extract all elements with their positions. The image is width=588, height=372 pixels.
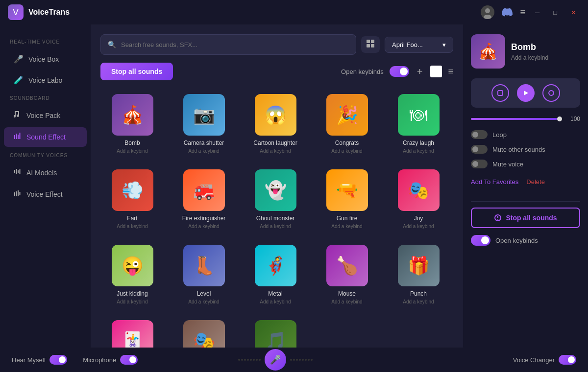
sound-card[interactable]: 📷 Camera shutter Add a keybind [172, 90, 236, 158]
loop-toggle[interactable] [471, 130, 488, 139]
stop-sounds-button[interactable]: Stop all sounds [100, 63, 173, 80]
main-content: 🔍 April Foo... ▾ Stop all sounds Open ke… [91, 24, 463, 372]
sound-card[interactable]: 🔫 Gun fire Add a keybind [315, 165, 379, 233]
sound-card[interactable]: 👻 Ghoul monster Add a keybind [244, 165, 307, 233]
volume-thumb [557, 116, 562, 121]
dot-3 [244, 359, 246, 361]
sound-keybind: Add a keybind [117, 148, 147, 154]
search-input[interactable] [121, 41, 349, 48]
sound-card[interactable]: 😜 Just kidding Add a keybind [100, 241, 164, 308]
sound-emoji: 🎭 [408, 180, 430, 201]
svg-rect-9 [18, 170, 19, 173]
mute-other-toggle-row: Mute other sounds [471, 145, 580, 154]
app-logo: V [8, 4, 24, 20]
menu-icon[interactable]: ≡ [520, 7, 525, 18]
svg-rect-18 [371, 44, 374, 47]
volume-slider[interactable] [471, 118, 562, 120]
microphone-icon: 🎤 [14, 54, 24, 64]
sidebar-item-ai-models[interactable]: AI Models [4, 163, 87, 183]
sound-thumbnail: 🔫 [326, 169, 368, 211]
sound-card[interactable]: 🎪 Bomb Add a keybind [100, 90, 164, 158]
refresh-button[interactable] [542, 84, 560, 102]
sound-keybind: Add a keybind [331, 299, 362, 304]
sound-card[interactable]: 🍗 Mouse Add a keybind [315, 241, 379, 308]
sound-keybind: Add a keybind [403, 224, 434, 229]
sidebar-section-community: COMMUNITY VOICES [0, 153, 91, 162]
color-picker[interactable] [430, 66, 442, 77]
dot-13 [302, 359, 304, 361]
svg-rect-17 [367, 44, 370, 47]
sound-card[interactable]: 🚒 Fire extinguisher Add a keybind [172, 165, 236, 233]
grid-toggle[interactable] [361, 36, 380, 53]
maximize-button[interactable]: □ [549, 7, 561, 18]
sidebar-item-voice-pack[interactable]: Voice Pack [4, 106, 87, 125]
svg-rect-16 [371, 40, 374, 43]
sound-keybind: Add a keybind [117, 224, 147, 229]
sound-name: Level [197, 290, 211, 297]
sidebar: REAL-TIME VOICE 🎤 Voice Box 🧪 Voice Labo… [0, 24, 91, 372]
sound-emoji: 👢 [193, 256, 215, 276]
panel-stop-all-button[interactable]: Stop all sounds [471, 208, 580, 228]
delete-link[interactable]: Delete [526, 178, 545, 186]
theme-dropdown[interactable]: April Foo... ▾ [385, 37, 453, 53]
sound-card[interactable]: 🍽 Crazy laugh Add a keybind [387, 90, 450, 158]
microphone-label: Microphone [83, 356, 116, 364]
hear-myself-toggle[interactable] [49, 355, 67, 365]
sound-name: Gun fire [337, 215, 358, 222]
dot-8 [259, 359, 261, 361]
discord-icon[interactable] [500, 5, 514, 19]
keybinds-label: Open keybinds [341, 68, 384, 75]
mic-button[interactable]: 🎤 [265, 349, 286, 371]
sound-keybind: Add a keybind [403, 148, 434, 154]
sound-card[interactable]: 😱 Cartoon laughter Add a keybind [244, 90, 307, 158]
search-box[interactable]: 🔍 [100, 34, 356, 55]
stop-button[interactable] [491, 84, 509, 102]
sound-card[interactable]: 🎭 Joy Add a keybind [387, 165, 450, 233]
sound-emoji: 🎁 [408, 256, 430, 276]
sound-grid: 🎪 Bomb Add a keybind 📷 Camera shutter Ad… [100, 90, 453, 369]
dot-9 [290, 359, 292, 361]
close-button[interactable]: ✕ [567, 7, 580, 18]
sidebar-item-voice-box[interactable]: 🎤 Voice Box [4, 49, 87, 69]
add-favorites-link[interactable]: Add To Favorites [471, 178, 518, 186]
sound-name: Joy [414, 215, 423, 222]
profile-avatar[interactable] [481, 5, 494, 19]
sound-thumbnail: 😱 [255, 94, 296, 136]
voice-changer-toggle[interactable] [559, 355, 576, 365]
mute-other-toggle[interactable] [471, 145, 488, 154]
sound-thumbnail: 🦸 [255, 245, 296, 286]
sound-card[interactable]: 💨 Fart Add a keybind [100, 165, 164, 233]
minimize-button[interactable]: ─ [531, 7, 543, 18]
panel-sound-emoji: 🎪 [478, 42, 498, 61]
microphone-toggle[interactable] [120, 355, 138, 365]
sidebar-item-sound-effect[interactable]: Sound Effect [4, 127, 87, 147]
mute-voice-toggle[interactable] [471, 160, 488, 168]
sound-emoji: 😱 [265, 105, 287, 125]
right-panel: 🎪 Bomb Add a keybind 100 Loop Mute [463, 24, 588, 372]
sidebar-item-voice-effect[interactable]: Voice Effect [4, 185, 87, 204]
action-links: Add To Favorites Delete [471, 178, 580, 186]
mic-dots-left [238, 359, 261, 361]
panel-keybinds-toggle[interactable] [471, 235, 490, 246]
sound-card[interactable]: 🎉 Congrats Add a keybind [315, 90, 379, 158]
sound-card[interactable]: 🦸 Metal Add a keybind [244, 241, 307, 308]
sound-card[interactable]: 🎁 Punch Add a keybind [387, 241, 450, 308]
sparkle-icon [14, 189, 22, 199]
search-icon: 🔍 [108, 41, 116, 48]
mute-other-label: Mute other sounds [492, 146, 545, 153]
volume-fill [471, 118, 557, 120]
svg-rect-14 [20, 192, 21, 195]
sound-emoji: 📷 [193, 105, 215, 125]
sound-card[interactable]: 👢 Level Add a keybind [172, 241, 236, 308]
play-button[interactable] [517, 84, 535, 102]
sound-keybind: Add a keybind [403, 299, 434, 304]
flask-icon: 🧪 [14, 75, 24, 85]
add-button[interactable]: + [415, 64, 425, 79]
keybinds-toggle[interactable] [390, 66, 409, 77]
svg-point-23 [497, 219, 498, 220]
sidebar-item-voice-labo[interactable]: 🧪 Voice Labo [4, 70, 87, 90]
top-bar: 🔍 April Foo... ▾ [100, 34, 453, 55]
list-view-icon[interactable]: ≡ [448, 67, 453, 77]
panel-keybind-label: Add a keybind [511, 54, 548, 61]
grid-view-icon[interactable] [366, 39, 375, 50]
